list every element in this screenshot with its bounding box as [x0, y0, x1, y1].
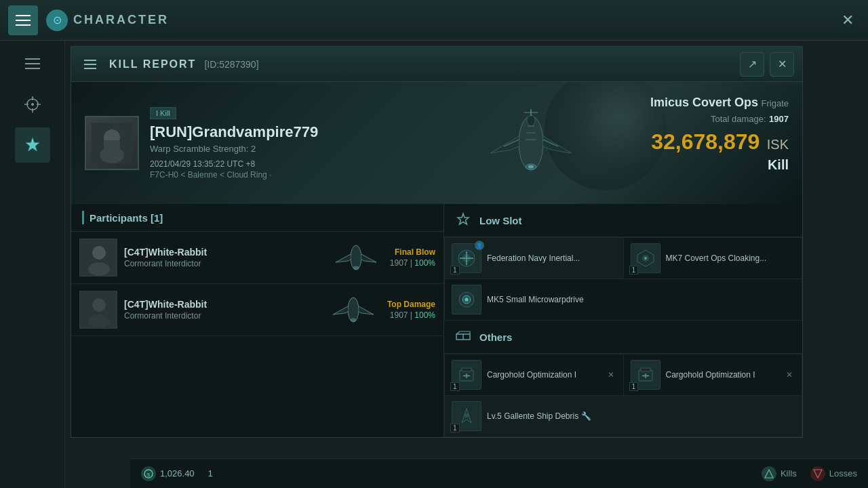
result-label: Kill: [650, 157, 789, 173]
count-value: 1: [208, 468, 213, 479]
kills-icon: [762, 466, 776, 481]
sidebar-item-star[interactable]: [15, 127, 50, 163]
app-title: CHARACTER: [73, 13, 169, 27]
svg-text:$: $: [147, 472, 151, 478]
isk-icon: $: [141, 466, 156, 481]
participant-avatar: [79, 239, 117, 277]
item-name: MK5 Small Microwarpdrive: [487, 295, 795, 304]
participant-ship-img: [329, 239, 383, 277]
participants-panel: Participants [1] [C4T]White-Rabbit Cormo…: [71, 204, 444, 437]
ship-type: Frigate: [762, 98, 789, 108]
participant-row[interactable]: [C4T]White-Rabbit Cormorant Interdictor: [71, 284, 443, 336]
svg-marker-55: [814, 470, 822, 478]
svg-point-5: [31, 103, 34, 106]
bottom-bar: $ 1,026.40 1 Kills: [130, 458, 868, 488]
svg-point-30: [351, 319, 356, 321]
item-count: 1: [629, 382, 639, 391]
kill-report-header: KILL REPORT [ID:5287390] ↗ ✕: [71, 47, 802, 82]
participant-row[interactable]: [C4T]White-Rabbit Cormorant Interdictor: [71, 232, 443, 284]
participant-ship-img: [326, 291, 380, 329]
app-close-button[interactable]: ✕: [835, 8, 860, 33]
svg-point-23: [88, 262, 110, 276]
svg-point-51: [465, 413, 469, 418]
svg-point-25: [353, 266, 359, 269]
others-grid: 1 Cargohold Optimization I ✕: [444, 354, 802, 437]
equipment-item[interactable]: 1 MK7 Covert Ops Cloaking...: [624, 238, 802, 279]
item-icon-wrapper: 1: [631, 243, 660, 273]
others-title: Others: [479, 331, 512, 343]
left-sidebar: [0, 41, 65, 488]
losses-group: Losses: [810, 466, 857, 481]
low-slot-title: Low Slot: [479, 215, 522, 226]
participant-info: [C4T]White-Rabbit Cormorant Interdictor: [124, 299, 319, 321]
total-damage-label: Total damage:: [711, 114, 766, 124]
item-name: Cargohold Optimization I: [487, 370, 600, 380]
isk-value: 32,678,879: [651, 129, 760, 154]
item-name: Cargohold Optimization I: [666, 370, 779, 380]
top-damage-label: Top Damage: [387, 300, 435, 309]
total-damage-value: 1907: [769, 114, 789, 124]
item-count: 1: [629, 266, 639, 274]
item-name: Lv.5 Gallente Ship Debris 🔧: [487, 411, 795, 421]
kill-badge-text: I Kill: [156, 109, 170, 117]
svg-point-28: [88, 314, 110, 328]
equipment-item-full[interactable]: 1 Lv.5 Gallente Ship Debris 🔧: [445, 396, 802, 436]
svg-point-22: [92, 246, 106, 260]
losses-icon: [810, 466, 825, 481]
victim-avatar: [85, 116, 139, 170]
low-slot-header: Low Slot: [444, 204, 802, 237]
damage-pct-2: 100%: [414, 310, 435, 320]
kill-report-window: KILL REPORT [ID:5287390] ↗ ✕: [71, 46, 803, 438]
equipment-item[interactable]: 1 Cargohold Optimization I ✕: [445, 354, 623, 395]
top-bar: ⊙ CHARACTER ✕: [0, 0, 868, 41]
item-name: Federation Navy Inertial...: [487, 253, 616, 263]
bottom-isk-group: $ 1,026.40: [141, 466, 195, 481]
final-blow-label: Final Blow: [390, 247, 435, 257]
low-slot-grid: 1 👤 Federation Navy Inertial...: [444, 237, 802, 321]
export-button[interactable]: ↗: [740, 52, 764, 77]
equipment-item[interactable]: 1 👤 Federation Navy Inertial...: [445, 238, 623, 279]
damage-stats-2: 1907 | 100%: [387, 310, 435, 320]
svg-rect-47: [641, 368, 650, 371]
equipment-item[interactable]: 1 Cargohold Optimization I ✕: [624, 354, 802, 395]
others-header: Others: [444, 321, 802, 354]
participant-name: [C4T]White-Rabbit: [124, 299, 319, 310]
losses-label: Losses: [829, 468, 857, 479]
item-icon-wrapper: 1: [631, 360, 660, 390]
kill-report-body: Participants [1] [C4T]White-Rabbit Cormo…: [71, 204, 802, 437]
svg-rect-43: [462, 368, 471, 371]
svg-rect-9: [104, 140, 120, 150]
kill-stats: Imicus Covert Ops Frigate Total damage: …: [650, 96, 789, 173]
kill-report-id: [ID:5287390]: [204, 59, 258, 70]
svg-point-40: [465, 298, 469, 302]
main-panel: KILL REPORT [ID:5287390] ↗ ✕: [65, 41, 868, 488]
svg-rect-41: [456, 334, 463, 340]
damage-stats-1: 1907 | 100%: [390, 258, 435, 268]
participant-stats: Final Blow 1907 | 100%: [390, 247, 435, 268]
svg-point-27: [92, 298, 106, 312]
damage-pct-1: 100%: [414, 258, 435, 268]
isk-bottom-value: 1,026.40: [160, 468, 195, 479]
item-close-button[interactable]: ✕: [606, 369, 616, 380]
kills-label: Kills: [781, 468, 797, 479]
kill-badge: I Kill: [150, 107, 176, 119]
participant-corp: Cormorant Interdictor: [124, 311, 319, 321]
kill-report-actions: ↗ ✕: [740, 52, 794, 77]
user-icon: 👤: [475, 241, 484, 250]
item-count: 1: [450, 424, 460, 432]
item-icon: [452, 285, 481, 314]
item-name: MK7 Covert Ops Cloaking...: [666, 253, 795, 263]
bottom-count-group: 1: [208, 468, 213, 479]
svg-point-37: [644, 257, 647, 260]
kill-report-title: KILL REPORT: [109, 58, 196, 70]
avatar-placeholder: [86, 117, 138, 169]
equipment-item-full[interactable]: MK5 Small Microwarpdrive: [445, 279, 802, 320]
kill-report-menu-button[interactable]: [79, 54, 101, 75]
sidebar-item-combat[interactable]: [15, 87, 50, 122]
participant-avatar: [79, 291, 117, 329]
top-menu-button[interactable]: [8, 5, 38, 35]
sidebar-menu-button[interactable]: [18, 49, 47, 79]
kill-report-close-button[interactable]: ✕: [770, 52, 794, 77]
item-close-button[interactable]: ✕: [784, 369, 795, 380]
participant-info: [C4T]White-Rabbit Cormorant Interdictor: [124, 247, 322, 268]
